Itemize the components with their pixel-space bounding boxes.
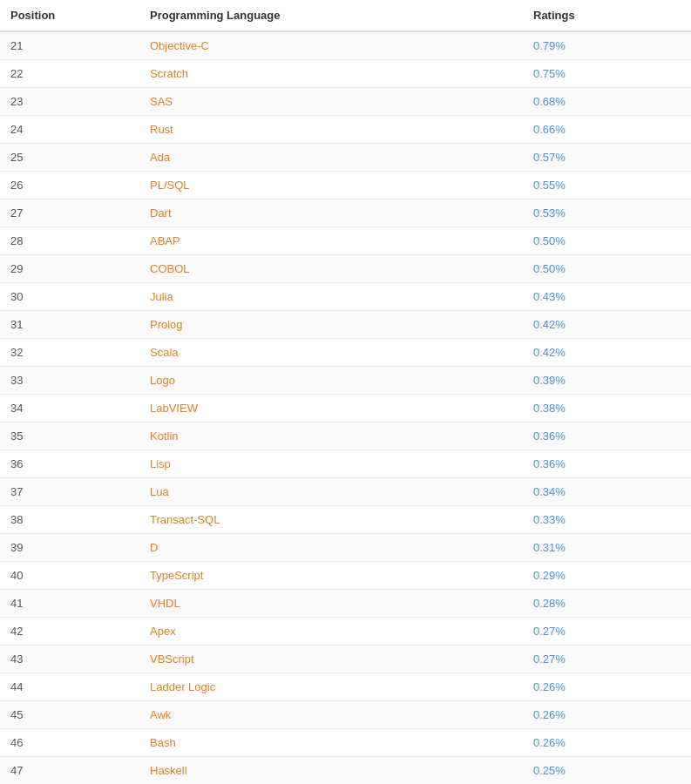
cell-language: Scratch [139, 60, 523, 88]
table-row: 29COBOL0.50% [0, 255, 691, 283]
cell-position: 45 [0, 701, 139, 729]
cell-ratings: 0.31% [523, 534, 691, 562]
cell-position: 43 [0, 645, 139, 673]
cell-position: 31 [0, 311, 139, 339]
cell-position: 47 [0, 757, 139, 785]
cell-ratings: 0.25% [523, 757, 691, 785]
table-row: 33Logo0.39% [0, 367, 691, 395]
table-header-row: Position Programming Language Ratings [0, 0, 691, 31]
cell-language: PL/SQL [139, 172, 523, 199]
cell-ratings: 0.50% [523, 255, 691, 283]
cell-position: 39 [0, 534, 139, 562]
cell-language: Julia [139, 283, 523, 311]
cell-language: Lua [139, 478, 523, 506]
cell-language: Lisp [139, 450, 523, 478]
cell-ratings: 0.42% [523, 339, 691, 367]
table-row: 38Transact-SQL0.33% [0, 506, 691, 534]
cell-language: SAS [139, 88, 523, 116]
cell-ratings: 0.79% [523, 31, 691, 60]
rankings-table: Position Programming Language Ratings 21… [0, 0, 691, 784]
cell-ratings: 0.34% [523, 478, 691, 506]
cell-language: Haskell [139, 757, 523, 785]
table-row: 21Objective-C0.79% [0, 31, 691, 60]
cell-language: Prolog [139, 311, 523, 339]
cell-ratings: 0.36% [523, 450, 691, 478]
cell-position: 29 [0, 255, 139, 283]
cell-ratings: 0.29% [523, 562, 691, 590]
cell-language: COBOL [139, 255, 523, 283]
cell-position: 37 [0, 478, 139, 506]
cell-ratings: 0.38% [523, 395, 691, 422]
cell-position: 22 [0, 60, 139, 88]
cell-position: 21 [0, 31, 139, 60]
table-row: 44Ladder Logic0.26% [0, 673, 691, 701]
cell-ratings: 0.57% [523, 144, 691, 172]
cell-language: Dart [139, 199, 523, 227]
table-row: 46Bash0.26% [0, 729, 691, 757]
cell-language: Ada [139, 144, 523, 172]
cell-position: 41 [0, 590, 139, 618]
cell-position: 26 [0, 172, 139, 199]
cell-language: D [139, 534, 523, 562]
cell-position: 23 [0, 88, 139, 116]
cell-position: 33 [0, 367, 139, 395]
cell-position: 28 [0, 227, 139, 255]
cell-ratings: 0.43% [523, 283, 691, 311]
cell-ratings: 0.26% [523, 701, 691, 729]
table-row: 39D0.31% [0, 534, 691, 562]
table-row: 34LabVIEW0.38% [0, 395, 691, 422]
cell-position: 46 [0, 729, 139, 757]
cell-language: LabVIEW [139, 395, 523, 422]
table-row: 27Dart0.53% [0, 199, 691, 227]
cell-position: 42 [0, 618, 139, 645]
cell-ratings: 0.39% [523, 367, 691, 395]
table-row: 35Kotlin0.36% [0, 422, 691, 450]
table-row: 42Apex0.27% [0, 618, 691, 645]
cell-position: 40 [0, 562, 139, 590]
cell-ratings: 0.27% [523, 618, 691, 645]
cell-ratings: 0.33% [523, 506, 691, 534]
cell-language: Logo [139, 367, 523, 395]
cell-language: Ladder Logic [139, 673, 523, 701]
cell-ratings: 0.55% [523, 172, 691, 199]
table-row: 40TypeScript0.29% [0, 562, 691, 590]
cell-language: Kotlin [139, 422, 523, 450]
cell-position: 27 [0, 199, 139, 227]
cell-language: Scala [139, 339, 523, 367]
table-row: 23SAS0.68% [0, 88, 691, 116]
header-position: Position [0, 0, 139, 31]
cell-ratings: 0.42% [523, 311, 691, 339]
cell-ratings: 0.28% [523, 590, 691, 618]
cell-position: 35 [0, 422, 139, 450]
cell-ratings: 0.75% [523, 60, 691, 88]
table-row: 31Prolog0.42% [0, 311, 691, 339]
cell-language: TypeScript [139, 562, 523, 590]
table-row: 37Lua0.34% [0, 478, 691, 506]
cell-position: 32 [0, 339, 139, 367]
cell-ratings: 0.53% [523, 199, 691, 227]
table-row: 24Rust0.66% [0, 116, 691, 144]
cell-position: 30 [0, 283, 139, 311]
cell-position: 25 [0, 144, 139, 172]
table-row: 32Scala0.42% [0, 339, 691, 367]
table-row: 43VBScript0.27% [0, 645, 691, 673]
cell-language: VHDL [139, 590, 523, 618]
cell-language: Awk [139, 701, 523, 729]
cell-ratings: 0.26% [523, 729, 691, 757]
cell-language: VBScript [139, 645, 523, 673]
cell-ratings: 0.26% [523, 673, 691, 701]
header-ratings: Ratings [523, 0, 691, 31]
table-row: 30Julia0.43% [0, 283, 691, 311]
table-row: 28ABAP0.50% [0, 227, 691, 255]
table-row: 41VHDL0.28% [0, 590, 691, 618]
cell-position: 36 [0, 450, 139, 478]
cell-ratings: 0.66% [523, 116, 691, 144]
cell-language: Rust [139, 116, 523, 144]
cell-language: Transact-SQL [139, 506, 523, 534]
table-row: 47Haskell0.25% [0, 757, 691, 785]
cell-ratings: 0.27% [523, 645, 691, 673]
cell-ratings: 0.50% [523, 227, 691, 255]
cell-position: 34 [0, 395, 139, 422]
cell-language: ABAP [139, 227, 523, 255]
cell-ratings: 0.68% [523, 88, 691, 116]
